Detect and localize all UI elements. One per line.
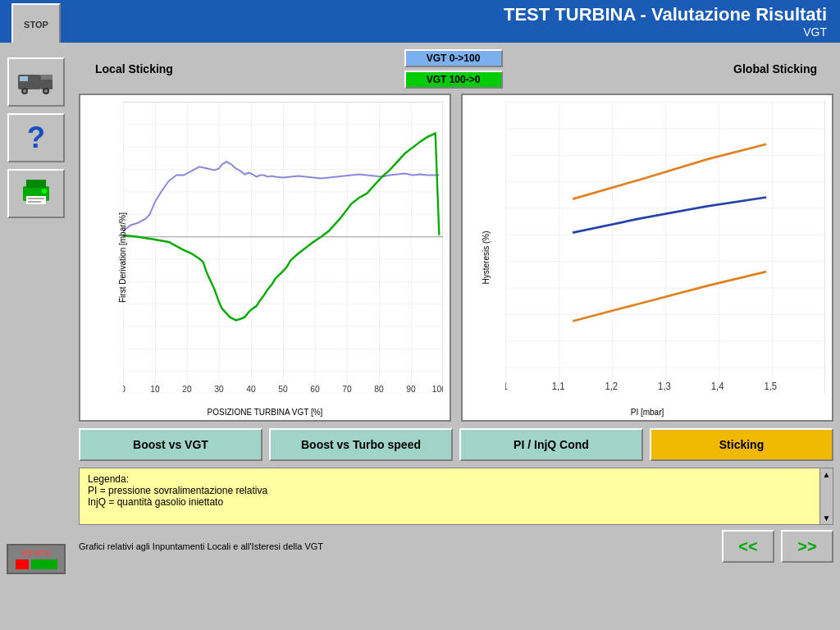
info-line1: Legenda: — [88, 473, 824, 485]
vgt-100-0-button[interactable]: VGT 100->0 — [404, 71, 503, 89]
svg-text:70: 70 — [342, 384, 351, 394]
left-chart-svg: 30 25 20 15 10 5 0 -5 -10 -15 -20 -25 -3… — [123, 102, 443, 394]
right-chart: Hysteresis (%) PI [mbar] 50 45 40 35 30 … — [461, 94, 833, 422]
boost-vgt-button[interactable]: Boost vs VGT — [79, 428, 262, 461]
ecu-bar-green — [31, 559, 57, 569]
svg-text:1: 1 — [505, 381, 508, 390]
svg-marker-2 — [41, 75, 52, 80]
svg-text:60: 60 — [310, 384, 319, 394]
svg-text:1,4: 1,4 — [711, 381, 724, 390]
vgt-buttons: VGT 0->100 VGT 100->0 — [404, 49, 503, 89]
info-box: Legenda: PI = pressione sovralimentazion… — [79, 468, 833, 525]
nav-arrows: << >> — [722, 530, 833, 563]
back-arrow-button[interactable]: << — [722, 530, 774, 563]
truck-icon — [18, 66, 54, 98]
help-button[interactable]: ? — [7, 113, 65, 162]
svg-text:40: 40 — [246, 384, 255, 394]
svg-rect-9 — [26, 180, 46, 188]
page-subtitle: VGT — [803, 25, 827, 39]
svg-text:0: 0 — [123, 384, 126, 394]
svg-text:1,5: 1,5 — [764, 381, 777, 390]
svg-text:1,3: 1,3 — [658, 381, 671, 390]
sidebar: ? NO ECU — [0, 43, 72, 630]
help-icon: ? — [27, 121, 45, 155]
legend-row: Local Sticking VGT 0->100 VGT 100->0 Glo… — [79, 49, 833, 89]
stop-button[interactable]: STOP — [11, 3, 61, 46]
svg-text:100: 100 — [432, 384, 443, 394]
scroll-down-arrow[interactable]: ▼ — [823, 514, 831, 523]
charts-row: First Derivation [mbar/%] POSIZIONE TURB… — [79, 94, 833, 422]
status-bar: Grafici relativi agli Inpuntamenti Local… — [79, 530, 833, 563]
svg-rect-7 — [20, 76, 28, 81]
scroll-up-arrow[interactable]: ▲ — [823, 470, 831, 479]
printer-button[interactable] — [7, 169, 65, 218]
right-y-axis-label: Hysteresis (%) — [482, 231, 491, 284]
page-title: TEST TURBINA - Valutazione Risultati — [504, 4, 827, 25]
svg-rect-44 — [505, 102, 825, 394]
right-chart-svg: 50 45 40 35 30 25 20 15 10 5 0 1 1,1 1,2… — [505, 102, 825, 394]
svg-text:50: 50 — [278, 384, 287, 394]
svg-text:1,1: 1,1 — [552, 381, 565, 390]
svg-rect-10 — [26, 196, 46, 204]
ecu-label: NO ECU — [11, 549, 61, 557]
stop-label: STOP — [24, 20, 48, 30]
left-chart: First Derivation [mbar/%] POSIZIONE TURB… — [79, 94, 451, 422]
boost-turbo-button[interactable]: Boost vs Turbo speed — [269, 428, 453, 461]
svg-rect-15 — [123, 102, 443, 394]
truck-button[interactable] — [7, 57, 65, 107]
left-x-axis-label: POSIZIONE TURBINA VGT [%] — [208, 408, 323, 417]
svg-point-13 — [42, 189, 47, 194]
left-y-axis-label: First Derivation [mbar/%] — [118, 212, 127, 303]
ecu-bar-red — [16, 559, 29, 569]
sticking-button[interactable]: Sticking — [650, 428, 833, 461]
info-line3: InjQ = quantità gasolio iniettato — [88, 496, 824, 508]
local-sticking-label: Local Sticking — [95, 62, 173, 75]
right-x-axis-label: PI [mbar] — [631, 408, 664, 417]
info-scrollbar[interactable]: ▲ ▼ — [819, 468, 833, 524]
svg-point-6 — [44, 89, 48, 93]
vgt-0-100-button[interactable]: VGT 0->100 — [404, 49, 503, 67]
svg-text:30: 30 — [214, 384, 223, 394]
printer-icon — [20, 176, 52, 211]
main-content: Local Sticking VGT 0->100 VGT 100->0 Glo… — [72, 43, 840, 630]
ecu-bars — [11, 559, 61, 569]
svg-rect-12 — [28, 201, 41, 203]
status-text: Grafici relativi agli Inpuntamenti Local… — [79, 541, 323, 551]
svg-text:80: 80 — [374, 384, 383, 394]
info-line2: PI = pressione sovralimentazione relativ… — [88, 485, 824, 496]
svg-text:90: 90 — [406, 384, 415, 394]
svg-rect-11 — [28, 198, 44, 199]
header: TEST TURBINA - Valutazione Risultati VGT — [0, 0, 840, 43]
pi-injq-button[interactable]: PI / InjQ Cond — [459, 428, 643, 461]
global-sticking-label: Global Sticking — [733, 62, 817, 75]
ecu-box: NO ECU — [7, 544, 66, 574]
svg-text:1,2: 1,2 — [605, 381, 618, 390]
svg-point-4 — [23, 89, 26, 93]
nav-buttons: Boost vs VGT Boost vs Turbo speed PI / I… — [79, 428, 833, 461]
svg-text:20: 20 — [182, 384, 191, 394]
svg-text:10: 10 — [150, 384, 159, 394]
forward-arrow-button[interactable]: >> — [781, 530, 833, 563]
